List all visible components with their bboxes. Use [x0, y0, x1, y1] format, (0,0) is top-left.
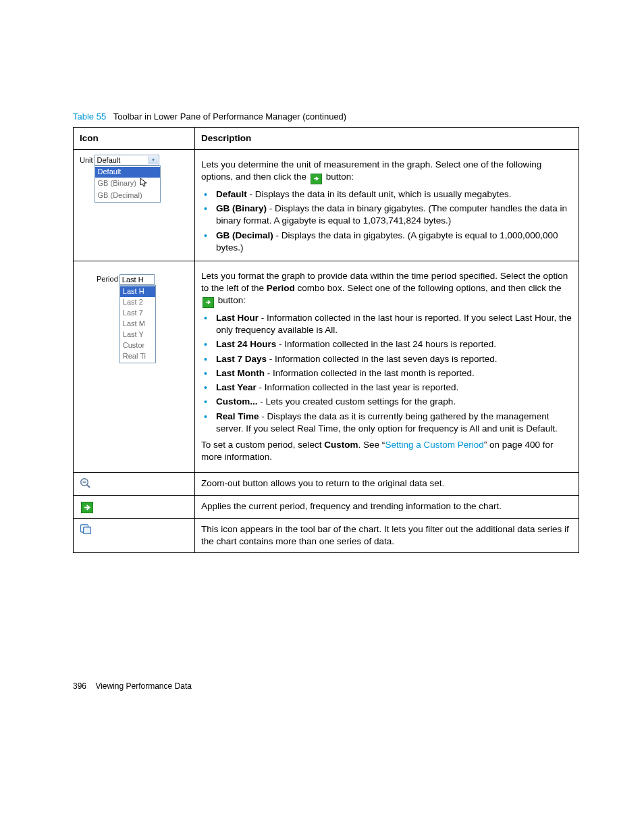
list-item: Last Hour - Information collected in the…: [216, 312, 572, 336]
period-description-intro: Lets you format the graph to provide dat…: [201, 270, 572, 308]
period-options-list[interactable]: Last H Last 2 Last 7 Last M Last Y Custo…: [119, 285, 156, 363]
period-option[interactable]: Last 7: [120, 308, 155, 319]
setting-custom-period-link[interactable]: Setting a Custom Period: [385, 440, 483, 450]
zoomout-description: Zoom-out button allows you to return to …: [195, 473, 579, 495]
period-label: Period: [97, 274, 118, 284]
table-row: Unit Default ▾ Unit Default GB (Binary): [74, 150, 579, 261]
header-icon: Icon: [74, 128, 195, 150]
period-option[interactable]: Last M: [120, 319, 155, 330]
cursor-arrow-icon: [140, 178, 147, 190]
list-item: Real Time - Displays the data as it is c…: [216, 411, 572, 435]
apply-icon: [311, 174, 322, 184]
period-custom-note: To set a custom period, select Custom. S…: [201, 439, 572, 463]
list-item: GB (Binary) - Displays the data in binar…: [216, 203, 572, 227]
unit-dropdown-screenshot: Unit Default ▾ Unit Default GB (Binary): [80, 155, 188, 203]
apply-icon: [81, 502, 93, 513]
page-number: 396: [73, 681, 86, 691]
period-selected-value: Last H: [122, 276, 144, 284]
list-item: Last Year - Information collected in the…: [216, 382, 572, 394]
table-row: Applies the current period, frequency an…: [74, 495, 579, 518]
svg-line-2: [87, 485, 90, 488]
toolbar-table: Icon Description Unit Default ▾ Unit: [73, 127, 579, 553]
list-item: Last 7 Days - Information collected in t…: [216, 353, 572, 365]
unit-option[interactable]: GB (Decimal): [95, 190, 160, 201]
apply-icon: [203, 297, 214, 308]
unit-selected-value: Default: [97, 155, 121, 165]
unit-select[interactable]: Default ▾: [95, 155, 159, 165]
list-item: Last 24 Hours - Information collected in…: [216, 338, 572, 350]
table-caption: Table 55 Toolbar in Lower Pane of Perfor…: [73, 111, 579, 122]
table-row: Zoom-out button allows you to return to …: [74, 473, 579, 495]
unit-option[interactable]: Default: [95, 167, 160, 178]
period-option[interactable]: Last H: [120, 286, 155, 297]
period-select[interactable]: Last H: [119, 274, 155, 285]
filter-description: This icon appears in the tool bar of the…: [195, 518, 579, 552]
chevron-down-icon: ▾: [149, 156, 158, 164]
list-item: Custom... - Lets you created custom sett…: [216, 396, 572, 408]
page-footer: 396 Viewing Performance Data: [73, 681, 579, 691]
filter-series-icon: [80, 523, 188, 534]
list-item: GB (Decimal) - Displays the data in giga…: [216, 230, 572, 254]
unit-options-list[interactable]: Default GB (Binary) GB (Decimal): [95, 165, 161, 203]
list-item: Last Month - Information collected in th…: [216, 367, 572, 380]
period-option[interactable]: Custor: [120, 340, 155, 351]
table-number: Table 55: [73, 111, 106, 122]
table-title: Toolbar in Lower Pane of Performance Man…: [113, 111, 346, 122]
period-dropdown-screenshot: Period Last H Last H Last 2 Last 7 Last …: [97, 274, 188, 363]
svg-rect-4: [84, 527, 91, 533]
document-page: Table 55 Toolbar in Lower Pane of Perfor…: [0, 0, 644, 731]
unit-description-intro: Lets you determine the unit of measureme…: [201, 159, 572, 184]
list-item: Default - Displays the data in its defau…: [216, 188, 572, 201]
header-description: Description: [195, 128, 579, 150]
unit-label: Unit: [80, 155, 93, 165]
period-option[interactable]: Real Ti: [120, 351, 155, 362]
period-option[interactable]: Last Y: [120, 330, 155, 340]
table-row: This icon appears in the tool bar of the…: [74, 518, 579, 552]
unit-options-desc: Default - Displays the data in its defau…: [201, 188, 572, 254]
apply-description: Applies the current period, frequency an…: [195, 495, 579, 518]
table-row: Period Last H Last H Last 2 Last 7 Last …: [74, 261, 579, 473]
period-options-desc: Last Hour - Information collected in the…: [201, 312, 572, 435]
period-option[interactable]: Last 2: [120, 297, 155, 308]
footer-title: Viewing Performance Data: [95, 681, 192, 691]
unit-option[interactable]: GB (Binary): [95, 178, 160, 190]
zoom-out-icon: [80, 477, 188, 488]
